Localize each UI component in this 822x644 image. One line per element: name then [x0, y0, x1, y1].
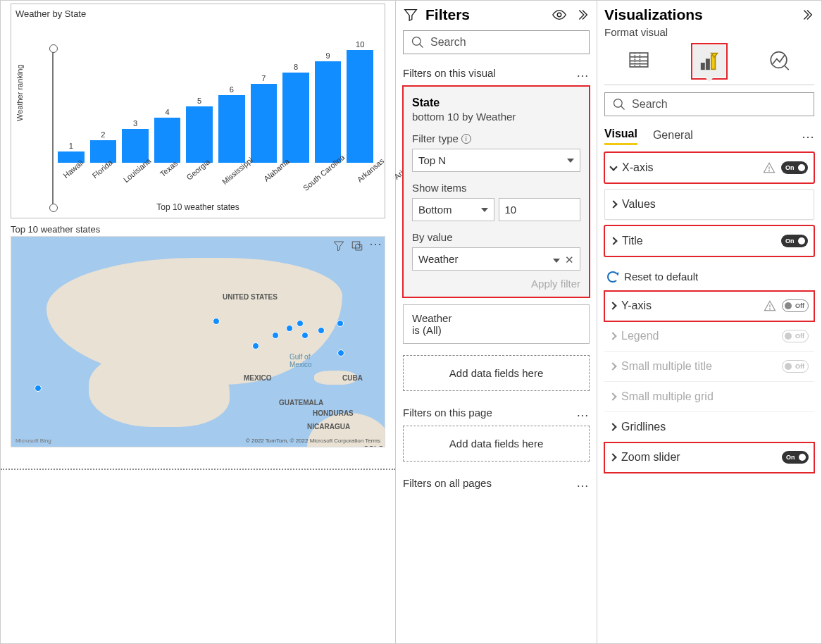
format-row-x-axis[interactable]: X-axis On: [604, 152, 814, 183]
more-options-icon[interactable]: ⋯: [369, 240, 382, 252]
chevron-right-icon: [609, 423, 616, 431]
collapse-icon[interactable]: [799, 7, 814, 23]
chevron-down-icon: [553, 259, 560, 263]
chevron-down-icon: [481, 208, 488, 212]
bar-chart-visual[interactable]: Weather by State Weather ranking 1234567…: [11, 4, 385, 218]
filters-panel: Filters Search Filters on this visual … …: [395, 1, 597, 643]
format-row-zoom-slider[interactable]: Zoom slider On: [604, 442, 814, 473]
slider-handle-top[interactable]: [49, 44, 58, 53]
bar-value-label: 6: [230, 85, 234, 94]
section-more-icon[interactable]: …: [576, 66, 590, 80]
toggle-zoom-slider[interactable]: On: [782, 451, 809, 464]
x-tick-label: Louisiana: [121, 156, 169, 205]
bar-value-label: 7: [261, 74, 266, 82]
bar[interactable]: 5: [186, 97, 213, 163]
map-data-point[interactable]: [272, 332, 279, 339]
filter-icon[interactable]: [332, 240, 345, 252]
analytics-mode[interactable]: [764, 44, 796, 76]
format-row-values[interactable]: Values: [604, 189, 814, 220]
filter-type-select[interactable]: Top N: [412, 149, 580, 172]
map-label-honduras: HONDURAS: [313, 409, 354, 417]
eye-icon[interactable]: [552, 7, 567, 23]
bar-value-label: 2: [101, 130, 105, 139]
viz-subtitle: Format visual: [604, 26, 814, 38]
toggle-title[interactable]: On: [781, 235, 808, 247]
bar[interactable]: 10: [347, 40, 373, 163]
map-data-point[interactable]: [337, 320, 344, 327]
map-data-point[interactable]: [337, 349, 344, 357]
map-data-point[interactable]: [301, 332, 309, 339]
apply-filter-button[interactable]: Apply filter: [412, 278, 580, 290]
show-items-select[interactable]: Bottom: [412, 198, 494, 221]
show-items-count-input[interactable]: 10: [499, 198, 581, 221]
add-data-fields-drop-page[interactable]: Add data fields here: [403, 426, 590, 462]
toggle-legend: Off: [782, 330, 809, 342]
map-visual[interactable]: ⋯ UNITED STATES MEXICO Gulf of Mexico CU…: [11, 236, 385, 447]
chevron-down-icon: [609, 163, 617, 171]
bar-value-label: 3: [133, 119, 137, 128]
format-row-title[interactable]: Title On: [604, 225, 814, 256]
format-row-small-multiple-title: Small multiple title Off: [604, 352, 814, 382]
viz-search-input[interactable]: Search: [604, 92, 814, 116]
chevron-right-icon: [609, 200, 617, 208]
add-data-fields-drop-visual[interactable]: Add data fields here: [403, 355, 590, 391]
section-more-icon[interactable]: …: [576, 476, 590, 490]
bar[interactable]: 7: [251, 74, 278, 163]
filters-search-input[interactable]: Search: [403, 30, 590, 54]
filter-card-weather[interactable]: Weather is (All): [403, 304, 590, 344]
filter-field-name: State: [412, 97, 580, 109]
bar-value-label: 4: [166, 108, 170, 116]
map-label-mexico: MEXICO: [244, 374, 271, 382]
svg-point-17: [770, 309, 771, 309]
slider-handle-bottom[interactable]: [49, 204, 58, 212]
filter-card-state[interactable]: State bottom 10 by Weather Filter typei …: [403, 86, 590, 297]
chart-title: Weather by State: [15, 8, 380, 19]
tab-general[interactable]: General: [653, 129, 693, 144]
map-label-gulf: Gulf of Mexico: [289, 353, 312, 369]
map-data-point[interactable]: [318, 327, 325, 334]
format-row-gridlines[interactable]: Gridlines: [604, 412, 814, 442]
by-value-select[interactable]: Weather ✕: [412, 247, 580, 271]
build-visual-mode[interactable]: [623, 44, 655, 76]
viz-title: Visualizations: [604, 6, 703, 23]
bar[interactable]: 3: [122, 119, 149, 163]
map-label-cuba: CUBA: [342, 374, 363, 382]
map-label-guatemala: GUATEMALA: [279, 399, 323, 407]
svg-rect-9: [702, 63, 704, 70]
svg-rect-10: [706, 59, 709, 69]
bar[interactable]: 6: [218, 85, 245, 163]
show-items-label: Show items: [412, 182, 580, 194]
map-data-point[interactable]: [286, 325, 293, 332]
focus-mode-icon[interactable]: [351, 240, 363, 252]
map-data-point[interactable]: [252, 342, 259, 349]
y-axis-label: Weather ranking: [15, 64, 24, 121]
map-data-point[interactable]: [297, 320, 304, 327]
clear-icon[interactable]: ✕: [565, 254, 574, 266]
chevron-right-icon: [609, 302, 616, 309]
map-data-point[interactable]: [213, 318, 220, 325]
bar[interactable]: 4: [154, 108, 181, 163]
reset-to-default-button[interactable]: Reset to default: [604, 262, 814, 291]
filter-icon: [403, 7, 418, 23]
format-visual-mode[interactable]: [693, 45, 726, 78]
zoom-slider-vertical[interactable]: [49, 44, 56, 212]
format-row-y-axis[interactable]: Y-axis Off: [604, 291, 814, 321]
bar[interactable]: 8: [282, 63, 309, 163]
tabs-more-icon[interactable]: ⋯: [802, 129, 814, 144]
info-icon[interactable]: i: [461, 134, 471, 144]
map-label-us: UNITED STATES: [223, 293, 278, 301]
svg-point-1: [557, 13, 561, 17]
bar[interactable]: 9: [315, 51, 342, 163]
tab-visual[interactable]: Visual: [604, 128, 637, 145]
chart-plot-area: Weather ranking 12345678910 HawaiiFlorid…: [15, 22, 380, 212]
section-more-icon[interactable]: …: [576, 405, 590, 420]
toggle-x-axis[interactable]: On: [781, 161, 808, 174]
map-data-point[interactable]: [35, 385, 42, 392]
warning-icon: [764, 299, 776, 312]
bar[interactable]: 2: [90, 130, 117, 163]
collapse-icon[interactable]: [574, 7, 590, 23]
toggle-y-axis[interactable]: Off: [782, 299, 809, 312]
bar-value-label: 1: [69, 142, 73, 150]
svg-point-12: [771, 52, 787, 68]
svg-point-2: [413, 37, 421, 46]
